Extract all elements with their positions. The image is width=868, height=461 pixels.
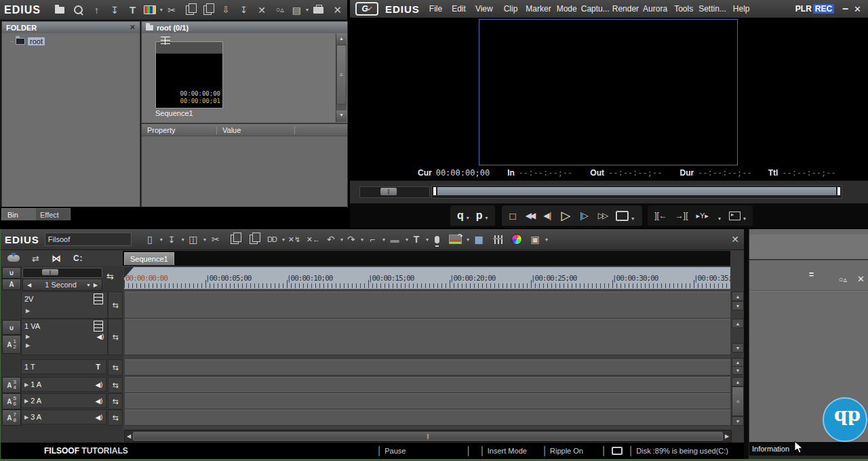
window-close-button[interactable]: ✕ xyxy=(854,4,861,14)
lane-1t[interactable] xyxy=(124,359,730,376)
redo-button[interactable]: ↷ xyxy=(343,231,359,247)
set-in-button[interactable]: q xyxy=(457,209,464,222)
bin-close-button[interactable]: ✕ xyxy=(328,2,347,18)
timeline-paste-button[interactable] xyxy=(244,231,263,247)
loop-display-dropdown[interactable]: ▾ xyxy=(631,216,634,222)
timeline-ruler[interactable]: 00:00:00:00 |00:00:05;00 |00:00:10;00 |0… xyxy=(124,267,730,289)
track-1va-sync[interactable]: ⇆ xyxy=(108,319,123,355)
folder-panel-close[interactable]: ✕ xyxy=(130,23,136,32)
play-around-button[interactable]: ▸Y▸ xyxy=(696,212,709,220)
track-1va-speaker-icon[interactable]: ◀⟩ xyxy=(96,333,104,340)
timeline-hscroll[interactable]: ◀ ∥ ▶ xyxy=(124,430,732,442)
new-folder-button[interactable] xyxy=(50,2,70,18)
zoom-next-icon[interactable]: ▶ xyxy=(94,282,98,288)
menu-marker[interactable]: Marker xyxy=(524,4,552,14)
goto-out-button[interactable]: →][ xyxy=(675,211,688,220)
track-3a-sync[interactable]: ⇆ xyxy=(108,409,123,426)
lane-3a[interactable] xyxy=(124,409,730,426)
scroll-thumb[interactable]: ≡ xyxy=(336,45,347,104)
position-bar[interactable] xyxy=(431,185,842,199)
hscroll-thumb[interactable]: ∥ xyxy=(133,432,723,441)
snap-mode-button[interactable]: C: xyxy=(73,254,83,263)
menu-clip[interactable]: Clip xyxy=(502,4,519,14)
panel-grip-icon[interactable]: = xyxy=(809,270,813,279)
timeline-zoom-slider[interactable]: ∥ xyxy=(22,268,102,278)
scroll-up-icon[interactable]: ▲ xyxy=(336,34,347,43)
menu-file[interactable]: File xyxy=(428,4,443,14)
voiceover-button[interactable] xyxy=(429,231,446,247)
position-track[interactable] xyxy=(437,187,836,195)
track-header-3a[interactable]: ▶ 3 A ◀⟩ xyxy=(21,409,106,424)
paste-button[interactable] xyxy=(199,2,217,18)
scroll-a-thumb[interactable]: ≡ xyxy=(732,386,744,416)
shuttle-handle[interactable]: ∥ xyxy=(380,188,397,195)
track-1va-audio-channel[interactable]: A 1 2 xyxy=(2,335,21,354)
track-1va-video-toggle[interactable]: ∪ xyxy=(2,320,21,335)
razor-button[interactable]: ⌐ xyxy=(363,231,381,247)
timeline-close-button[interactable]: ✕ xyxy=(724,231,747,247)
stop-button[interactable]: □ xyxy=(510,210,516,222)
track-1va-expand2-icon[interactable]: ▶ xyxy=(26,342,30,348)
timeline-title-button[interactable]: T xyxy=(408,231,425,247)
add-marker-button[interactable]: ○▵ xyxy=(271,2,289,18)
track-1a-sync[interactable]: ⇆ xyxy=(108,377,123,393)
lane-1va[interactable] xyxy=(124,319,730,355)
menu-tools[interactable]: Tools xyxy=(673,4,694,14)
scroll-1va-up[interactable]: ▲ xyxy=(732,319,744,328)
sequence-thumbnail-label[interactable]: Sequence1 xyxy=(155,109,193,117)
timeline-copy-button[interactable] xyxy=(225,231,244,247)
fast-forward-button[interactable]: ▷▷ xyxy=(598,211,606,220)
scroll-1va-down[interactable]: ▼ xyxy=(732,343,744,353)
up-folder-button[interactable]: ↑ xyxy=(87,2,106,18)
track-3a-speaker-icon[interactable]: ◀⟩ xyxy=(95,414,103,421)
multicam-button[interactable]: ▦ xyxy=(469,231,488,247)
track-1a-expand-icon[interactable]: ▶ xyxy=(24,382,28,388)
insert-overwrite-button[interactable]: ⇄ xyxy=(32,254,39,264)
transition-button[interactable]: ▬ xyxy=(385,231,404,247)
lane-2v[interactable] xyxy=(124,292,730,319)
track-1t-sync[interactable]: ⇆ xyxy=(108,359,123,376)
replace-button[interactable]: DD xyxy=(263,231,281,247)
track-3a-expand-icon[interactable]: ▶ xyxy=(24,414,28,420)
plr-button[interactable]: PLR xyxy=(795,4,812,14)
tab-sequence1[interactable]: Sequence1 xyxy=(124,252,174,265)
cut-button[interactable]: ✂ xyxy=(163,2,181,18)
new-sequence-button[interactable]: ▯ xyxy=(141,231,159,247)
menu-aurora[interactable]: Aurora xyxy=(642,4,669,14)
menu-mode[interactable]: Mode xyxy=(555,4,578,14)
hscroll-right-icon[interactable]: ▶ xyxy=(723,433,731,439)
color-button[interactable] xyxy=(507,231,526,247)
position-start-cap[interactable] xyxy=(433,187,436,195)
panel-close-icon[interactable]: ✕ xyxy=(857,274,865,284)
viewer-button[interactable] xyxy=(142,2,159,18)
track-2a-expand-icon[interactable]: ▶ xyxy=(24,398,28,404)
menu-settings[interactable]: Settin... xyxy=(697,4,728,14)
track-2a-sync[interactable]: ⇆ xyxy=(108,393,123,409)
track-header-2a[interactable]: ▶ 2 A ◀⟩ xyxy=(21,393,106,408)
view-mode-button[interactable]: ▤ xyxy=(289,2,304,18)
zoom-slider-handle[interactable]: ∥ xyxy=(42,269,58,275)
scroll-down-icon[interactable]: ▼ xyxy=(336,111,347,120)
rewind-button[interactable]: ◀◀ xyxy=(526,211,534,220)
search-button[interactable] xyxy=(69,2,87,18)
export-deck-icon[interactable] xyxy=(729,212,741,220)
delete-button[interactable]: ✕ xyxy=(253,2,271,18)
copy-button[interactable] xyxy=(180,2,199,18)
ripple-delete-button[interactable]: ✕↯ xyxy=(285,231,304,247)
video-mute-button[interactable]: ∪ xyxy=(2,267,21,279)
zoom-dropdown-icon[interactable]: ▼ xyxy=(86,283,91,287)
group-mode-button[interactable]: ⋈ xyxy=(52,253,61,264)
scroll-a-up[interactable]: ▲ xyxy=(732,377,744,386)
track-sync-toggle[interactable]: ⇆ xyxy=(106,271,114,281)
export-button[interactable] xyxy=(446,231,465,247)
add-clip-button[interactable]: ↧ xyxy=(106,2,124,18)
audio-mute-button[interactable]: A xyxy=(2,279,21,290)
hscroll-left-icon[interactable]: ◀ xyxy=(125,433,133,439)
shuttle-slider[interactable]: ∥ xyxy=(359,186,430,198)
track-header-1a[interactable]: ▶ 1 A ◀⟩ xyxy=(21,377,106,392)
timeline-cut-button[interactable]: ✂ xyxy=(206,231,225,247)
track-header-1va[interactable]: 1 VA ▶ ◀⟩ ▶ xyxy=(21,319,108,355)
menu-help[interactable]: Help xyxy=(732,4,751,14)
play-around-dropdown[interactable]: ▾ xyxy=(718,216,721,222)
step-back-button[interactable]: ◀| xyxy=(543,211,551,220)
